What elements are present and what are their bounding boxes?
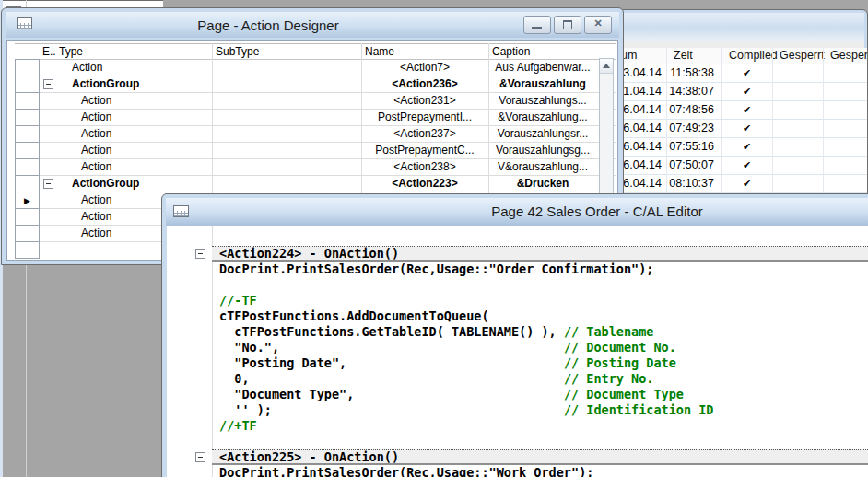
background-window-titlebar[interactable] xyxy=(616,13,864,41)
col-header-type[interactable]: Type xyxy=(59,44,83,59)
type-cell[interactable]: Action xyxy=(57,126,234,141)
scroll-up-button[interactable] xyxy=(600,59,613,74)
row-selector[interactable] xyxy=(15,92,40,110)
row-selector[interactable] xyxy=(15,175,40,192)
caption-cell[interactable]: Aus Aufgabenwar... xyxy=(488,60,597,75)
action-row[interactable]: Action PostPrepaymentC... Vorauszahlungs… xyxy=(15,143,616,159)
name-cell[interactable]: <Action7> xyxy=(361,60,488,75)
type-cell[interactable]: Action xyxy=(57,110,234,124)
name-cell[interactable]: <Action223> xyxy=(361,176,488,191)
minimize-button[interactable] xyxy=(523,16,551,34)
col-header-caption[interactable]: Caption xyxy=(492,44,530,59)
code-line: DocPrint.PrintSalesOrder(Rec,Usage::"Ord… xyxy=(167,262,868,277)
type-cell[interactable]: Action xyxy=(57,93,234,108)
compiled-check-icon: ✔ xyxy=(721,157,772,174)
caption-cell[interactable]: Vorauszahlungsg... xyxy=(488,143,597,157)
name-cell[interactable]: <Action236> xyxy=(361,76,488,91)
code-line: cTFPostFunctions.AddDocumentToQueue( xyxy=(167,308,868,324)
action-designer-titlebar[interactable]: Page - Action Designer ✕ xyxy=(6,12,619,38)
code-line: DocPrint.PrintSalesOrder(Rec,Usage::"Wor… xyxy=(167,465,868,477)
type-cell[interactable]: Action xyxy=(57,159,234,174)
type-cell[interactable]: Action xyxy=(57,60,225,75)
version-row[interactable]: 3.04.1411:58:38✔ xyxy=(617,64,867,83)
type-cell[interactable]: Action xyxy=(57,143,234,157)
action-row[interactable]: Action <Action7> Aus Aufgabenwar... xyxy=(15,60,616,76)
maximize-button[interactable] xyxy=(554,16,581,34)
cal-editor-titlebar[interactable]: Page 42 Sales Order - C/AL Editor xyxy=(166,198,868,226)
time-cell: 07:55:16 xyxy=(666,138,714,156)
col-header-gesperrt[interactable]: Gesperrt xyxy=(780,48,825,64)
name-cell[interactable]: PostPrepaymentC... xyxy=(361,143,488,157)
time-cell: 07:48:56 xyxy=(666,101,714,119)
caption-cell[interactable]: Vorauszahlungsr... xyxy=(488,126,597,141)
action-row[interactable]: Action PostPrepaymentI... &Vorauszahlung… xyxy=(15,110,616,126)
row-selector[interactable] xyxy=(15,208,40,226)
version-row[interactable]: 6.04.1407:48:56✔ xyxy=(617,101,867,120)
code-editor-area[interactable]: <Action224> - OnAction() DocPrint.PrintS… xyxy=(167,226,868,477)
action-row[interactable]: Action <Action231> Vorauszahlungs... xyxy=(15,93,616,110)
row-selector[interactable] xyxy=(15,241,40,259)
function-header-row[interactable]: <Action225> - OnAction() xyxy=(167,449,868,465)
compiled-check-icon: ✔ xyxy=(721,120,772,137)
code-line: '' ); // Identification ID xyxy=(167,402,868,418)
action-row[interactable]: Action <Action237> Vorauszahlungsr... xyxy=(15,126,616,143)
row-selector[interactable] xyxy=(15,76,40,93)
collapse-icon[interactable] xyxy=(195,249,205,259)
col-header-zeit[interactable]: Zeit xyxy=(674,48,693,64)
version-row[interactable]: 6.04.1407:55:16✔ xyxy=(617,138,867,157)
time-cell: 08:10:37 xyxy=(666,175,714,192)
code-line: //-TF xyxy=(167,293,868,308)
cal-editor-window: Page 42 Sales Order - C/AL Editor <Actio… xyxy=(161,193,868,477)
row-selector[interactable] xyxy=(15,109,40,126)
scroll-up-icon xyxy=(603,64,610,68)
type-cell[interactable]: ActionGroup xyxy=(57,76,225,91)
function-header-row[interactable]: <Action224> - OnAction() xyxy=(167,246,868,262)
caption-cell[interactable]: Vorauszahlungs... xyxy=(488,93,597,108)
caption-cell[interactable]: V&orauszahlung... xyxy=(488,159,597,174)
collapse-icon[interactable] xyxy=(195,452,205,462)
version-row[interactable]: 6.04.1407:49:23✔ xyxy=(617,120,867,138)
function-header: <Action224> - OnAction() xyxy=(212,246,868,262)
name-cell[interactable]: <Action237> xyxy=(361,126,488,141)
compiled-check-icon: ✔ xyxy=(721,138,772,156)
code-line xyxy=(167,434,868,449)
col-header-compiled[interactable]: Compiled xyxy=(729,48,778,64)
name-cell[interactable]: <Action238> xyxy=(361,159,488,174)
row-selector[interactable] xyxy=(15,125,40,143)
row-selector[interactable] xyxy=(15,158,40,176)
function-header: <Action225> - OnAction() xyxy=(212,449,868,465)
col-header-subtype[interactable]: SubType xyxy=(216,44,259,59)
window-title: Page 42 Sales Order - C/AL Editor xyxy=(166,204,868,219)
col-header-gesperrt-von[interactable]: Gesperrt v xyxy=(830,48,867,64)
version-row[interactable]: 6.04.1407:50:07✔ xyxy=(617,157,867,175)
caption-cell[interactable]: &Drucken xyxy=(488,176,597,191)
compiled-check-icon: ✔ xyxy=(721,101,772,119)
action-group-row[interactable]: ActionGroup <Action236> &Vorauszahlung xyxy=(15,76,616,93)
action-row[interactable]: Action <Action238> V&orauszahlung... xyxy=(15,159,616,176)
name-cell[interactable]: PostPrepaymentI... xyxy=(361,110,488,124)
time-cell: 11:58:38 xyxy=(666,64,714,82)
col-header-name[interactable]: Name xyxy=(365,44,394,59)
row-selector[interactable] xyxy=(15,59,40,76)
close-button[interactable]: ✕ xyxy=(584,16,612,34)
close-icon: ✕ xyxy=(585,17,611,29)
row-selector[interactable]: ▶ xyxy=(15,192,40,209)
version-table-header: um Zeit Compiled Gesperrt Gesperrt v xyxy=(617,48,867,64)
compiled-check-icon: ✔ xyxy=(721,175,772,192)
row-selector[interactable] xyxy=(15,142,40,159)
col-header-expand[interactable]: E.. xyxy=(42,44,56,59)
code-line: //+TF xyxy=(167,418,868,434)
collapse-icon[interactable] xyxy=(43,179,53,189)
collapse-icon[interactable] xyxy=(43,79,53,89)
time-cell: 14:38:07 xyxy=(666,83,714,100)
action-group-row[interactable]: ActionGroup <Action223> &Drucken xyxy=(15,176,616,192)
caption-cell[interactable]: &Vorauszahlung xyxy=(488,76,597,91)
current-row-marker-icon: ▶ xyxy=(24,196,30,205)
version-row[interactable]: 1.04.1414:38:07✔ xyxy=(617,83,867,101)
version-row[interactable]: 6.04.1408:10:37✔ xyxy=(617,175,867,193)
compiled-check-icon: ✔ xyxy=(721,64,772,82)
row-selector[interactable] xyxy=(15,225,40,242)
caption-cell[interactable]: &Vorauszahlung... xyxy=(488,110,597,124)
name-cell[interactable]: <Action231> xyxy=(361,93,488,108)
type-cell[interactable]: ActionGroup xyxy=(57,176,225,191)
